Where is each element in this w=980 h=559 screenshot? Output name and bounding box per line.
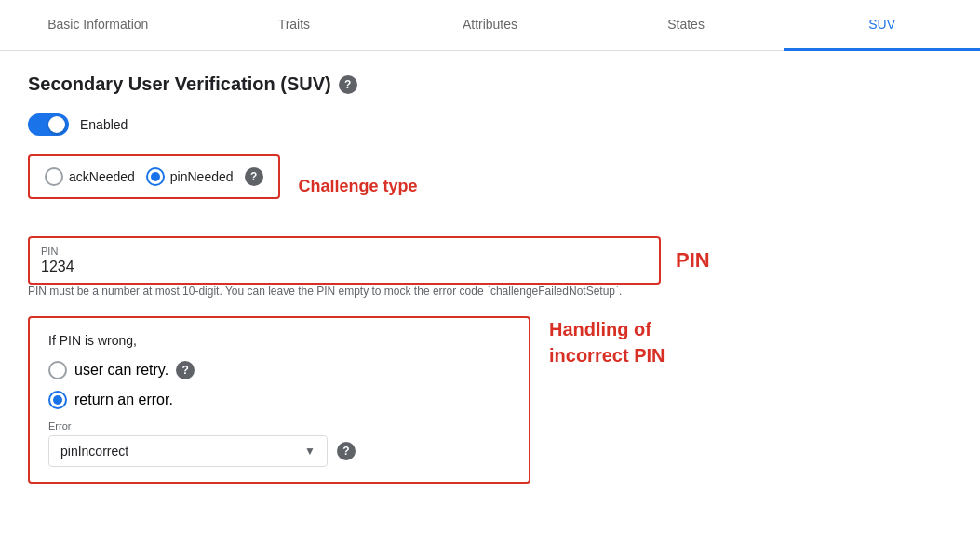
tab-attributes[interactable]: Attributes [392, 0, 588, 51]
pin-section: PIN PIN PIN must be a number at most 10-… [28, 236, 952, 298]
radio-pin-needed-label: pinNeeded [170, 169, 234, 184]
radio-error-row: return an error. [48, 391, 510, 409]
pin-field-label: PIN [41, 246, 648, 257]
handling-annotation-wrapper: Handling of incorrect PIN [549, 316, 665, 368]
challenge-type-annotation: Challenge type [299, 177, 418, 196]
pin-annotation: PIN [676, 248, 710, 273]
error-select-label: Error [48, 420, 510, 432]
radio-ack-needed-circle [45, 167, 63, 186]
radio-error-circle[interactable] [48, 391, 67, 409]
radio-ack-needed-label: ackNeeded [69, 169, 135, 184]
pin-hint: PIN must be a number at most 10-digit. Y… [28, 285, 661, 298]
tab-bar: Basic Information Traits Attributes Stat… [0, 0, 980, 51]
tab-traits[interactable]: Traits [196, 0, 393, 51]
radio-retry-circle[interactable] [48, 361, 67, 379]
tab-suv[interactable]: SUV [784, 0, 980, 51]
radio-retry-row: user can retry. ? [48, 361, 510, 379]
error-select-field[interactable]: pinIncorrect ▼ [48, 435, 328, 467]
radio-pin-needed[interactable]: pinNeeded [146, 167, 234, 186]
retry-help-icon[interactable]: ? [176, 361, 195, 379]
page-container: Basic Information Traits Attributes Stat… [0, 0, 980, 559]
page-title-text: Secondary User Verification (SUV) [28, 73, 331, 95]
error-select-value: pinIncorrect [60, 444, 128, 459]
tab-basic-information[interactable]: Basic Information [0, 0, 196, 51]
handling-section: If PIN is wrong, user can retry. ? retur… [28, 316, 952, 484]
handling-annotation-line1: Handling of [549, 316, 665, 342]
enabled-toggle[interactable] [28, 113, 69, 136]
handling-annotation-line2: incorrect PIN [549, 342, 665, 368]
error-select-help-icon[interactable]: ? [337, 442, 356, 460]
challenge-type-help-icon[interactable]: ? [245, 167, 263, 186]
page-title-row: Secondary User Verification (SUV) ? [28, 73, 952, 95]
radio-ack-needed[interactable]: ackNeeded [45, 167, 135, 186]
pin-field-wrapper: PIN [28, 236, 661, 285]
error-select-row: pinIncorrect ▼ ? [48, 435, 510, 467]
tab-states[interactable]: States [588, 0, 785, 51]
handling-box: If PIN is wrong, user can retry. ? retur… [28, 316, 530, 484]
enabled-toggle-row: Enabled [28, 113, 952, 136]
toggle-label: Enabled [80, 117, 128, 132]
pin-input[interactable] [41, 259, 115, 275]
title-help-icon[interactable]: ? [339, 75, 357, 94]
radio-error-label: return an error. [74, 392, 173, 408]
challenge-type-box: ackNeeded pinNeeded ? [28, 154, 280, 199]
main-content: Secondary User Verification (SUV) ? Enab… [0, 51, 980, 506]
chevron-down-icon: ▼ [304, 445, 315, 458]
pin-field-row [41, 259, 648, 275]
error-select-wrapper: Error pinIncorrect ▼ ? [48, 420, 510, 467]
radio-pin-needed-circle [146, 167, 165, 186]
handling-title: If PIN is wrong, [48, 333, 510, 348]
radio-retry-label: user can retry. [74, 362, 168, 379]
